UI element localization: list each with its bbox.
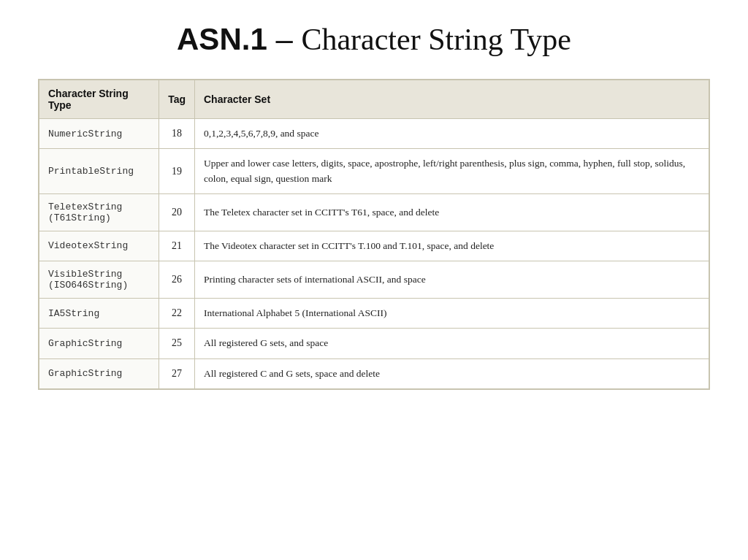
cell-charset: International Alphabet 5 (International … — [195, 299, 709, 329]
title-rest: Character String Type — [301, 23, 571, 56]
table-row: TeletexString (T61String)20The Teletex c… — [39, 193, 709, 231]
title-bold: ASN.1 — [177, 22, 267, 56]
cell-tag: 27 — [159, 358, 195, 388]
table-row: PrintableString19Upper and lower case le… — [39, 149, 709, 194]
table-row: NumericString180,1,2,3,4,5,6,7,8,9, and … — [39, 119, 709, 149]
cell-type: GraphicString — [39, 358, 159, 388]
cell-tag: 22 — [159, 299, 195, 329]
character-string-table: Character String Type Tag Character Set … — [39, 80, 709, 389]
cell-type: TeletexString (T61String) — [39, 193, 159, 231]
cell-charset: All registered C and G sets, space and d… — [195, 358, 709, 388]
cell-charset: The Teletex character set in CCITT's T61… — [195, 193, 709, 231]
table-row: GraphicString27All registered C and G se… — [39, 358, 709, 388]
cell-tag: 21 — [159, 231, 195, 261]
table-row: VisibleString (ISO646String)26Printing c… — [39, 261, 709, 299]
cell-type: VisibleString (ISO646String) — [39, 261, 159, 299]
cell-type: GraphicString — [39, 329, 159, 358]
cell-type: PrintableString — [39, 149, 159, 194]
cell-tag: 20 — [159, 193, 195, 231]
page-title: ASN.1 – Character String Type — [177, 22, 571, 57]
cell-tag: 18 — [159, 119, 195, 149]
header-tag: Tag — [159, 80, 195, 119]
cell-charset: Printing character sets of international… — [195, 261, 709, 299]
cell-charset: 0,1,2,3,4,5,6,7,8,9, and space — [195, 119, 709, 149]
cell-charset: The Videotex character set in CCITT's T.… — [195, 231, 709, 261]
table-row: VideotexString21The Videotex character s… — [39, 231, 709, 261]
title-separator: – — [267, 22, 302, 56]
cell-charset: All registered G sets, and space — [195, 329, 709, 358]
header-type: Character String Type — [39, 80, 159, 119]
cell-tag: 19 — [159, 149, 195, 194]
cell-tag: 26 — [159, 261, 195, 299]
cell-type: VideotexString — [39, 231, 159, 261]
cell-type: NumericString — [39, 119, 159, 149]
main-table-wrapper: Character String Type Tag Character Set … — [38, 79, 710, 390]
table-row: GraphicString25All registered G sets, an… — [39, 329, 709, 358]
table-row: IA5String22International Alphabet 5 (Int… — [39, 299, 709, 329]
cell-charset: Upper and lower case letters, digits, sp… — [195, 149, 709, 194]
cell-tag: 25 — [159, 329, 195, 358]
table-header-row: Character String Type Tag Character Set — [39, 80, 709, 119]
header-charset: Character Set — [195, 80, 709, 119]
cell-type: IA5String — [39, 299, 159, 329]
